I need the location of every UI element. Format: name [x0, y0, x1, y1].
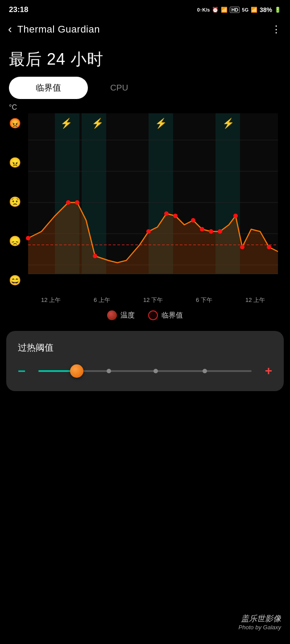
app-bar: ‹ Thermal Guardian ⋮	[0, 18, 290, 41]
slider-dot-2	[153, 369, 158, 373]
status-icons: 0↑K/s ⏰ 📶 HD 5G 📶 38% 🔋	[197, 6, 281, 13]
svg-text:⚡: ⚡	[155, 117, 167, 129]
watermark-line1: 盖乐世影像	[239, 613, 281, 624]
svg-text:⚡: ⚡	[60, 117, 73, 129]
tab-threshold[interactable]: 临界值	[9, 77, 88, 99]
svg-point-11	[26, 236, 30, 240]
svg-point-18	[191, 218, 195, 223]
svg-point-20	[209, 229, 213, 234]
slider-dot-1	[107, 369, 111, 373]
svg-text:⚡: ⚡	[91, 117, 104, 129]
slider-dot-3	[203, 369, 207, 373]
emoji-worried: 😟	[9, 196, 21, 208]
svg-point-13	[75, 200, 79, 205]
watermark: 盖乐世影像 Photo by Galaxy	[239, 613, 281, 631]
more-options-button[interactable]: ⋮	[271, 24, 282, 35]
legend-temp-icon	[107, 310, 117, 320]
legend-threshold-icon	[148, 310, 158, 320]
svg-point-17	[173, 214, 178, 218]
emoji-happy: 😄	[9, 275, 21, 286]
tab-bar: 临界值 CPU	[0, 77, 290, 99]
slider-minus-button[interactable]: −	[18, 363, 31, 379]
svg-point-12	[66, 200, 70, 205]
svg-point-15	[146, 229, 151, 234]
chart-unit: °C	[9, 103, 281, 111]
svg-point-24	[240, 245, 244, 249]
threshold-section: 过热阈值 − +	[6, 331, 284, 391]
fiveg-badge: 5G	[242, 7, 249, 12]
chart-container: °C 😡 😠 😟 😞 😄	[0, 103, 290, 325]
slider-plus-button[interactable]: +	[259, 364, 272, 378]
watermark-line2: Photo by Galaxy	[239, 624, 281, 631]
emoji-hot: 😡	[9, 118, 21, 129]
chart-legend: 温度 临界值	[9, 304, 281, 325]
network-icon: 0↑K/s	[197, 7, 210, 12]
svg-point-14	[93, 254, 97, 258]
legend-threshold-label: 临界值	[162, 311, 183, 320]
x-label-1: 6 上午	[94, 296, 110, 304]
slider-row: − +	[18, 363, 272, 379]
alarm-icon: ⏰	[212, 7, 219, 13]
x-label-3: 6 下午	[196, 296, 212, 304]
svg-point-23	[267, 245, 271, 249]
svg-point-22	[233, 214, 238, 218]
wifi-icon: 📶	[221, 7, 228, 13]
page-title: 最后 24 小时	[0, 41, 290, 77]
x-label-4: 12 上午	[245, 296, 265, 304]
svg-text:⚡: ⚡	[222, 117, 235, 129]
x-label-0: 12 上午	[41, 296, 61, 304]
app-bar-left: ‹ Thermal Guardian	[8, 22, 100, 36]
x-axis-labels: 12 上午 6 上午 12 下午 6 下午 12 上午	[25, 293, 281, 304]
legend-temp-label: 温度	[120, 311, 135, 320]
emoji-angry: 😠	[9, 157, 21, 169]
temperature-chart: ⚡ ⚡ ⚡ ⚡	[25, 113, 281, 292]
svg-point-19	[200, 227, 204, 231]
svg-point-21	[218, 229, 222, 234]
emoji-sad: 😞	[9, 235, 21, 247]
battery-level: 38%	[260, 6, 272, 13]
slider-track[interactable]	[38, 370, 252, 372]
battery-icon: 🔋	[274, 7, 281, 13]
back-button[interactable]: ‹	[8, 22, 12, 36]
slider-thumb[interactable]	[70, 364, 83, 378]
x-label-2: 12 下午	[143, 296, 163, 304]
status-time: 23:18	[9, 5, 28, 14]
signal-icon: 📶	[251, 7, 257, 13]
hd-badge: HD	[230, 7, 240, 13]
svg-point-16	[164, 211, 169, 216]
legend-threshold: 临界值	[148, 310, 183, 320]
legend-temperature: 温度	[107, 310, 135, 320]
app-title: Thermal Guardian	[17, 24, 100, 35]
tab-cpu[interactable]: CPU	[101, 78, 137, 98]
status-bar: 23:18 0↑K/s ⏰ 📶 HD 5G 📶 38% 🔋	[0, 0, 290, 18]
threshold-title: 过热阈值	[18, 342, 272, 354]
